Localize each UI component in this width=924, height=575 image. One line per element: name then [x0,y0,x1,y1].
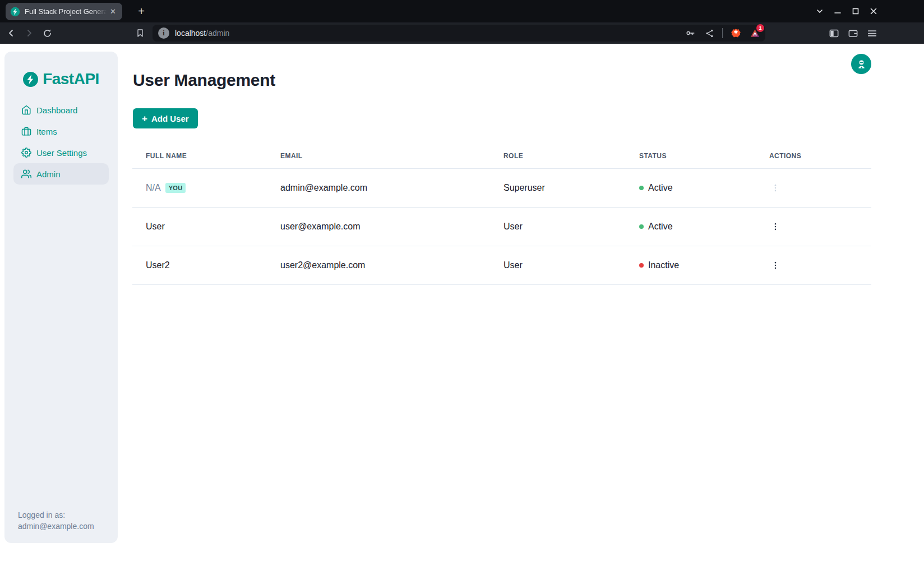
fastapi-logo-icon [23,72,38,87]
you-badge: YOU [165,183,186,193]
rewards-count-badge: 1 [756,24,764,32]
address-bar[interactable]: i localhost/admin 1 [153,25,765,42]
column-header-status: Status [626,152,756,160]
full-name-text: N/A [146,183,161,193]
logged-in-label: Logged in as: [18,509,94,521]
status-dot [639,224,644,229]
tab-close-icon[interactable]: ✕ [108,7,118,16]
table-row: User user@example.com User Active [132,208,871,246]
column-header-full-name: Full name [132,152,267,160]
cell-email: user@example.com [267,222,490,232]
cell-role: User [490,222,626,232]
status-dot [639,186,644,190]
full-name-text: User [146,222,165,232]
bookmark-icon[interactable] [133,26,147,40]
main-content: User Management + Add User Full name Ema… [132,44,871,285]
sidebar-item-dashboard[interactable]: Dashboard [13,99,109,121]
user-menu-button[interactable] [851,54,871,74]
back-button[interactable] [2,24,20,42]
table-row: N/A YOU admin@example.com Superuser Acti… [132,169,871,208]
brave-shield-icon[interactable] [729,27,742,39]
table-body: N/A YOU admin@example.com Superuser Acti… [132,169,871,285]
cell-email: admin@example.com [267,183,490,193]
tab-title: Full Stack Project Genera [25,7,108,16]
url-text[interactable]: localhost/admin [175,29,229,38]
url-host: localhost [175,29,206,38]
brave-rewards-icon[interactable]: 1 [749,27,761,39]
status-dot [639,263,644,268]
browser-titlebar: Full Stack Project Genera ✕ + [0,0,924,22]
cell-status: Active [626,183,756,193]
wallet-icon[interactable] [846,26,860,40]
window-close-button[interactable] [868,6,879,17]
sidebar-toggle-icon[interactable] [826,26,841,40]
cell-status: Inactive [626,260,756,270]
cell-actions [756,220,871,233]
window-minimize-button[interactable] [832,6,843,17]
password-key-icon[interactable] [684,27,696,39]
column-header-actions: Actions [756,152,871,160]
ellipsis-vertical-icon [770,183,780,193]
app-page: FastAPI Dashboard Items User Settings Ad… [0,44,924,575]
users-table: Full name Email Role Status Actions N/A … [132,143,871,285]
sidebar-item-user-settings[interactable]: User Settings [13,142,109,163]
column-header-email: Email [267,152,490,160]
user-astronaut-icon [856,59,867,70]
gear-icon [21,148,31,158]
sidebar-nav: Dashboard Items User Settings Admin [4,99,118,185]
cell-full-name: User2 [132,260,267,270]
sidebar: FastAPI Dashboard Items User Settings Ad… [4,52,118,543]
cell-full-name: N/A YOU [132,183,267,193]
row-actions-menu-button[interactable] [769,220,782,233]
status-text: Inactive [648,260,679,270]
page-title: User Management [132,71,871,90]
cell-email: user2@example.com [267,260,490,270]
full-name-text: User2 [146,260,170,270]
menu-icon[interactable] [865,26,879,40]
cell-actions [756,182,871,194]
reload-button[interactable] [38,24,56,42]
url-path: /admin [206,29,229,38]
plus-icon: + [142,114,147,123]
briefcase-icon [21,126,31,136]
fastapi-favicon-icon [10,7,20,17]
logged-in-as: Logged in as: admin@example.com [18,509,94,532]
browser-toolbar: i localhost/admin 1 [0,22,924,44]
sidebar-item-label: User Settings [36,148,87,158]
status-text: Active [648,222,673,232]
window-maximize-button[interactable] [850,6,861,17]
site-info-icon[interactable]: i [158,27,169,39]
sidebar-item-label: Dashboard [36,105,77,115]
status-text: Active [648,183,673,193]
table-header-row: Full name Email Role Status Actions [132,143,871,169]
sidebar-item-label: Items [36,127,57,136]
logged-in-email: admin@example.com [18,521,94,532]
row-actions-menu-button[interactable] [769,259,782,272]
cell-full-name: User [132,222,267,232]
add-user-button[interactable]: + Add User [133,108,198,128]
ellipsis-vertical-icon [770,222,780,232]
cell-role: Superuser [490,183,626,193]
url-divider [722,28,723,38]
new-tab-button[interactable]: + [135,4,148,18]
cell-actions [756,259,871,272]
users-icon [21,169,31,179]
row-actions-menu-button[interactable] [769,182,782,194]
cell-role: User [490,260,626,270]
sidebar-item-label: Admin [36,169,61,179]
ellipsis-vertical-icon [770,260,780,270]
browser-tab[interactable]: Full Stack Project Genera ✕ [6,3,122,20]
column-header-role: Role [490,152,626,160]
sidebar-item-admin[interactable]: Admin [13,163,109,185]
app-logo: FastAPI [4,70,118,88]
table-row: User2 user2@example.com User Inactive [132,246,871,285]
tab-search-chevron-icon[interactable] [814,6,825,17]
app-logo-text: FastAPI [43,70,99,88]
home-icon [21,105,31,115]
sidebar-item-items[interactable]: Items [13,121,109,142]
share-icon[interactable] [703,27,715,39]
forward-button[interactable] [20,24,38,42]
add-user-label: Add User [151,114,189,123]
cell-status: Active [626,222,756,232]
